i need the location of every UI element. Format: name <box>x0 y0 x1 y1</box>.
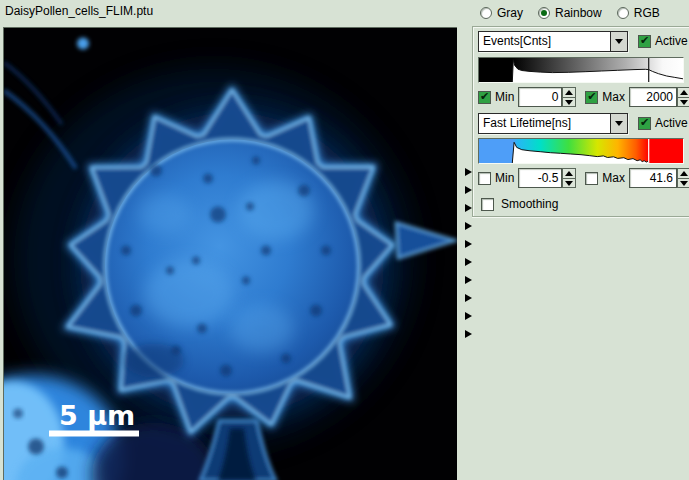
spin-up-button[interactable] <box>563 169 575 179</box>
expand-panel-arrow-icon[interactable] <box>465 240 472 248</box>
lifetime-channel-value: Fast Lifetime[ns] <box>479 116 610 130</box>
spin-down-button[interactable] <box>563 179 575 188</box>
spin-up-button[interactable] <box>563 88 575 98</box>
radio-icon[interactable] <box>480 7 492 19</box>
radio-label: RGB <box>634 6 660 20</box>
expand-panel-arrow-icon[interactable] <box>465 222 472 230</box>
lifetime-channel-dropdown[interactable]: Fast Lifetime[ns] <box>478 113 628 134</box>
spin-down-button[interactable] <box>563 98 575 107</box>
scale-bar <box>49 431 139 437</box>
colormap-radio-group: GrayRainbowRGB <box>480 5 660 21</box>
intensity-min-field[interactable]: 0 <box>518 87 562 107</box>
radio-icon[interactable] <box>538 7 550 19</box>
intensity-max-field[interactable]: 2000 <box>629 87 677 107</box>
radio-option-gray[interactable]: Gray <box>480 6 523 20</box>
file-title: DaisyPollen_cells_FLIM.ptu <box>5 4 153 18</box>
lifetime-active-checkbox[interactable] <box>638 117 651 130</box>
smoothing-checkbox[interactable] <box>481 198 494 211</box>
intensity-max-spinner[interactable] <box>677 87 689 107</box>
lifetime-min-label: Min <box>495 171 514 185</box>
intensity-channel-value: Events[Cnts] <box>479 34 610 48</box>
spin-up-button[interactable] <box>678 169 689 179</box>
dropdown-arrow-icon[interactable] <box>610 32 627 51</box>
intensity-histogram[interactable] <box>478 57 684 83</box>
display-settings-panel: Events[Cnts] Active Min 0 Max 2000 Fast … <box>472 26 689 217</box>
expand-panel-arrow-icon[interactable] <box>465 204 472 212</box>
lifetime-active-label: Active <box>655 116 688 130</box>
radio-label: Gray <box>497 6 523 20</box>
spin-down-button[interactable] <box>678 98 689 107</box>
flim-image: 5 µm <box>4 28 457 480</box>
intensity-channel-dropdown[interactable]: Events[Cnts] <box>478 31 628 52</box>
intensity-active-label: Active <box>655 34 688 48</box>
expand-panel-arrow-icon[interactable] <box>465 330 472 338</box>
intensity-min-label: Min <box>495 90 514 104</box>
lifetime-max-field[interactable]: 41.6 <box>629 168 677 188</box>
scale-bar-label: 5 µm <box>59 400 135 431</box>
dropdown-arrow-icon[interactable] <box>610 114 627 133</box>
lifetime-max-spinner[interactable] <box>677 168 689 188</box>
expand-panel-arrow-icon[interactable] <box>465 186 472 194</box>
smoothing-label: Smoothing <box>501 197 558 211</box>
expand-panel-arrow-icon[interactable] <box>465 258 472 266</box>
intensity-active-checkbox[interactable] <box>638 35 651 48</box>
lifetime-max-label: Max <box>602 171 625 185</box>
intensity-max-label: Max <box>602 90 625 104</box>
expand-panel-arrow-icon[interactable] <box>465 276 472 284</box>
expand-panel-arrow-icon[interactable] <box>465 312 472 320</box>
lifetime-min-field[interactable]: -0.5 <box>518 168 562 188</box>
radio-icon[interactable] <box>617 7 629 19</box>
spin-down-button[interactable] <box>678 179 689 188</box>
intensity-min-checkbox[interactable] <box>478 91 491 104</box>
application-window: DaisyPollen_cells_FLIM.ptu GrayRainbowRG… <box>0 0 689 480</box>
radio-label: Rainbow <box>555 6 602 20</box>
radio-option-rainbow[interactable]: Rainbow <box>538 6 602 20</box>
expand-panel-arrow-icon[interactable] <box>465 168 472 176</box>
lifetime-histogram[interactable] <box>478 138 684 164</box>
radio-option-rgb[interactable]: RGB <box>617 6 660 20</box>
scale-bar-group: 5 µm <box>49 400 139 437</box>
intensity-min-spinner[interactable] <box>562 87 576 107</box>
expand-panel-arrow-icon[interactable] <box>465 294 472 302</box>
spin-up-button[interactable] <box>678 88 689 98</box>
lifetime-min-spinner[interactable] <box>562 168 576 188</box>
flim-image-view[interactable]: 5 µm <box>3 27 457 480</box>
intensity-max-checkbox[interactable] <box>585 91 598 104</box>
lifetime-max-checkbox[interactable] <box>585 172 598 185</box>
lifetime-min-checkbox[interactable] <box>478 172 491 185</box>
